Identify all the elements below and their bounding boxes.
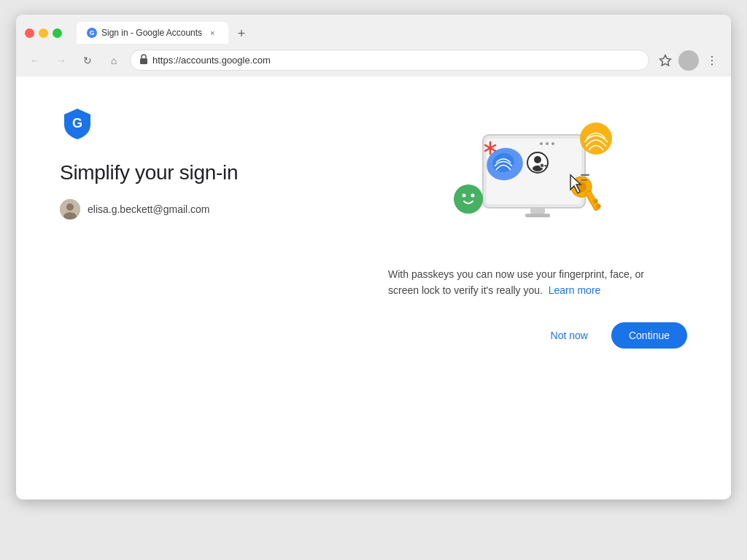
user-avatar (60, 199, 80, 219)
back-button[interactable]: ← (25, 50, 45, 71)
svg-text:G: G (90, 29, 95, 36)
nav-bar: ← → ↻ ⌂ https://accounts.google.com (16, 44, 731, 77)
not-now-button[interactable]: Not now (539, 322, 600, 349)
bookmark-button[interactable] (655, 50, 676, 71)
svg-point-4 (711, 55, 713, 57)
reload-button[interactable]: ↻ (77, 50, 98, 71)
page-content: G Simplify your sign-in elisa.g.beckett@… (16, 77, 731, 499)
svg-point-34 (462, 194, 466, 198)
svg-text:G: G (72, 116, 82, 131)
traffic-lights (25, 28, 62, 38)
svg-point-6 (711, 63, 713, 65)
forward-button[interactable]: → (51, 50, 71, 71)
user-row: elisa.g.beckett@gmail.com (60, 199, 366, 219)
svg-rect-40 (525, 214, 550, 217)
learn-more-link[interactable]: Learn more (549, 284, 601, 296)
svg-point-13 (540, 142, 543, 145)
lock-icon (139, 54, 148, 66)
url-text: https://accounts.google.com (152, 55, 640, 66)
user-email: elisa.g.beckett@gmail.com (88, 203, 210, 215)
profile-avatar[interactable] (678, 50, 699, 71)
title-bar: G Sign in - Google Accounts × + (16, 15, 731, 44)
browser-window: G Sign in - Google Accounts × + ← → ↻ ⌂ … (16, 15, 731, 499)
tab-favicon-icon: G (87, 28, 97, 38)
menu-button[interactable] (702, 50, 722, 71)
close-button[interactable] (25, 28, 34, 38)
active-tab[interactable]: G Sign in - Google Accounts × (77, 22, 228, 44)
maximize-button[interactable] (53, 28, 62, 38)
nav-right-buttons (655, 50, 722, 71)
svg-point-17 (534, 156, 541, 163)
svg-point-15 (551, 142, 554, 145)
continue-button[interactable]: Continue (611, 322, 687, 349)
home-button[interactable]: ⌂ (104, 50, 124, 71)
left-content: G Simplify your sign-in elisa.g.beckett@… (60, 106, 366, 299)
svg-rect-39 (530, 208, 545, 214)
tab-close-button[interactable]: × (206, 27, 218, 39)
svg-point-33 (454, 184, 483, 214)
svg-point-32 (580, 122, 612, 155)
new-tab-button[interactable]: + (231, 23, 252, 44)
content-wrapper: G Simplify your sign-in elisa.g.beckett@… (60, 106, 687, 299)
tab-bar: G Sign in - Google Accounts × + (77, 22, 722, 44)
svg-rect-2 (140, 58, 147, 64)
description-text: With passkeys you can now use your finge… (388, 266, 665, 299)
page-title: Simplify your sign-in (60, 161, 366, 184)
tab-title: Sign in - Google Accounts (101, 28, 202, 38)
svg-point-35 (471, 194, 475, 198)
google-shield-logo: G (60, 106, 366, 161)
action-buttons: Not now Continue (60, 322, 687, 349)
address-bar[interactable]: https://accounts.google.com (130, 50, 649, 71)
svg-point-19 (540, 163, 544, 168)
minimize-button[interactable] (39, 28, 48, 38)
right-content: With passkeys you can now use your finge… (366, 106, 687, 299)
svg-point-5 (711, 59, 713, 61)
svg-point-14 (546, 142, 549, 145)
passkey-illustration (417, 106, 636, 252)
svg-point-9 (66, 203, 74, 211)
svg-marker-3 (660, 55, 671, 65)
